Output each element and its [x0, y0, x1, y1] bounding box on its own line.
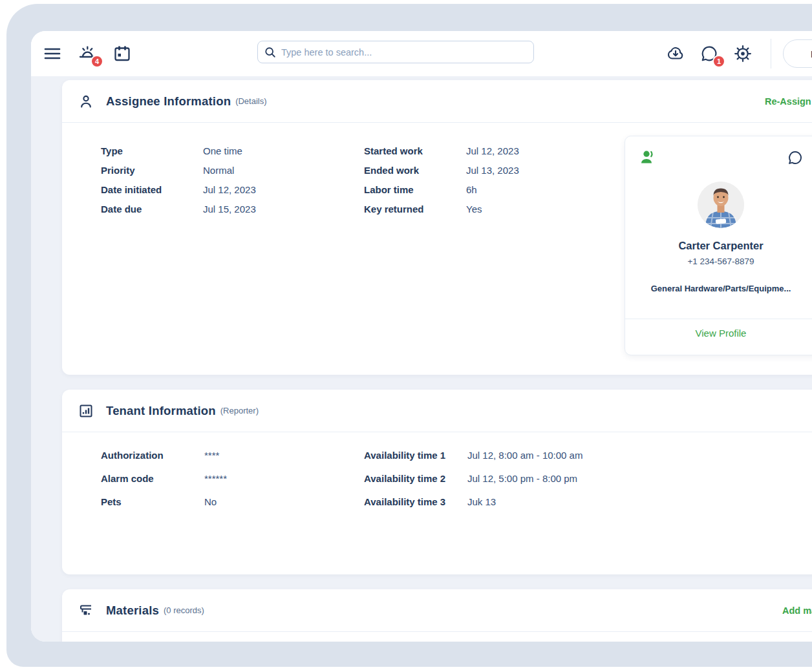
- assignee-information-card: Assignee Information (Details) Re-Assign…: [62, 80, 812, 375]
- field-row: Labor time 6h: [364, 180, 519, 199]
- reassign-link[interactable]: Re-Assign: [765, 80, 811, 123]
- search-icon: [264, 47, 276, 58]
- hamburger-icon: [43, 45, 61, 63]
- chat-badge: 1: [712, 55, 725, 68]
- assignee-profile-card: Carter Carpenter +1 234-567-8879 General…: [625, 136, 812, 355]
- field-value: ****: [204, 450, 219, 461]
- field-label: Availability time 3: [364, 496, 467, 507]
- add-material-link[interactable]: Add material: [782, 589, 812, 632]
- assignee-name: Carter Carpenter: [625, 240, 812, 252]
- materials-card-subtitle: (0 records): [164, 605, 204, 615]
- field-label: Labor time: [364, 184, 466, 195]
- field-value: Jul 12, 2023: [203, 184, 256, 195]
- field-value: Juk 13: [467, 496, 496, 507]
- settings-button[interactable]: [732, 43, 754, 65]
- field-value: 6h: [466, 184, 477, 195]
- assignee-person-icon: [639, 149, 656, 166]
- field-value: Jul 12, 8:00 am - 10:00 am: [467, 450, 582, 461]
- search-input[interactable]: [281, 47, 527, 58]
- tenant-information-card: Tenant Information (Reporter) Authorizat…: [62, 390, 812, 574]
- topbar-divider: [771, 39, 771, 68]
- tenant-card-header: Tenant Information (Reporter): [62, 390, 812, 432]
- field-row: Date initiated Jul 12, 2023: [101, 180, 256, 199]
- bar-chart-icon: [78, 403, 94, 419]
- assignee-fields-right: Started work Jul 12, 2023 Ended work Jul…: [364, 141, 519, 218]
- field-row: Pets No: [101, 490, 227, 513]
- field-label: Alarm code: [101, 473, 204, 484]
- tenant-fields-left: Authorization **** Alarm code ****** Pet…: [101, 443, 227, 513]
- assignee-card-title: Assignee Information: [106, 94, 231, 109]
- materials-card-title: Materials: [106, 604, 159, 618]
- page: 4: [0, 0, 812, 672]
- materials-card: Materials (0 records) Add material: [62, 589, 812, 642]
- profile-menu-button[interactable]: Da: [783, 39, 812, 68]
- field-label: Date due: [101, 204, 203, 215]
- tenant-fields-right: Availability time 1 Jul 12, 8:00 am - 10…: [364, 443, 582, 513]
- field-value: Jul 13, 2023: [466, 165, 519, 176]
- field-row: Date due Jul 15, 2023: [101, 199, 256, 218]
- field-label: Started work: [364, 145, 466, 156]
- field-row: Started work Jul 12, 2023: [364, 141, 519, 160]
- field-row: Priority Normal: [101, 160, 256, 180]
- content-area: Assignee Information (Details) Re-Assign…: [31, 76, 812, 642]
- field-value: Jul 12, 2023: [466, 145, 519, 156]
- field-value: One time: [203, 145, 242, 156]
- field-label: Pets: [101, 496, 204, 507]
- assignee-card-subtitle: (Details): [235, 96, 266, 106]
- field-row: Ended work Jul 13, 2023: [364, 160, 519, 180]
- cloud-download-icon: [666, 44, 685, 63]
- menu-button[interactable]: [41, 43, 63, 65]
- field-label: Date initiated: [101, 184, 203, 195]
- field-row: Availability time 1 Jul 12, 8:00 am - 10…: [364, 443, 582, 467]
- tenant-card-title: Tenant Information: [106, 404, 216, 418]
- topbar: 4: [31, 31, 812, 76]
- materials-card-header: Materials (0 records) Add material: [62, 589, 812, 632]
- field-value: Normal: [203, 165, 234, 176]
- field-label: Ended work: [364, 165, 466, 176]
- profile-divider: [625, 319, 812, 319]
- field-label: Priority: [101, 165, 203, 176]
- assignee-phone: +1 234-567-8879: [625, 257, 812, 266]
- field-row: Type One time: [101, 141, 256, 160]
- alarm-button[interactable]: 4: [76, 43, 98, 65]
- field-label: Key returned: [364, 204, 466, 215]
- field-value: No: [204, 496, 217, 507]
- view-profile-link[interactable]: View Profile: [625, 328, 812, 339]
- field-value: Yes: [466, 204, 482, 215]
- person-icon: [78, 93, 94, 110]
- app-window: 4: [31, 31, 812, 642]
- field-label: Availability time 1: [364, 450, 467, 461]
- assignee-fields-left: Type One time Priority Normal Date initi…: [101, 141, 256, 218]
- topbar-left: 4: [41, 31, 133, 76]
- field-row: Alarm code ******: [101, 467, 227, 490]
- chat-button[interactable]: 1: [698, 43, 720, 65]
- field-row: Key returned Yes: [364, 199, 519, 218]
- assignee-avatar: [698, 182, 744, 228]
- alarm-badge: 4: [91, 55, 103, 68]
- field-label: Authorization: [101, 450, 204, 461]
- gear-icon: [733, 44, 753, 63]
- paint-roller-icon: [78, 602, 94, 619]
- assignee-card-header: Assignee Information (Details) Re-Assign: [62, 80, 812, 123]
- field-row: Availability time 2 Jul 12, 5:00 pm - 8:…: [364, 467, 582, 490]
- calendar-icon: [112, 44, 132, 63]
- field-label: Availability time 2: [364, 473, 467, 484]
- field-row: Availability time 3 Juk 13: [364, 490, 582, 513]
- field-row: Authorization ****: [101, 443, 227, 467]
- field-label: Type: [101, 145, 203, 156]
- search-bar: [257, 41, 534, 63]
- tenant-card-subtitle: (Reporter): [220, 406, 259, 415]
- assignee-category: General Hardware/Parts/Equipme...: [625, 284, 812, 293]
- profile-chat-icon[interactable]: [787, 149, 804, 166]
- field-value: ******: [204, 473, 227, 484]
- field-value: Jul 15, 2023: [203, 204, 256, 215]
- topbar-right: 1: [665, 31, 812, 76]
- field-value: Jul 12, 5:00 pm - 8:00 pm: [467, 473, 577, 484]
- download-button[interactable]: [665, 43, 687, 65]
- calendar-button[interactable]: [111, 43, 133, 65]
